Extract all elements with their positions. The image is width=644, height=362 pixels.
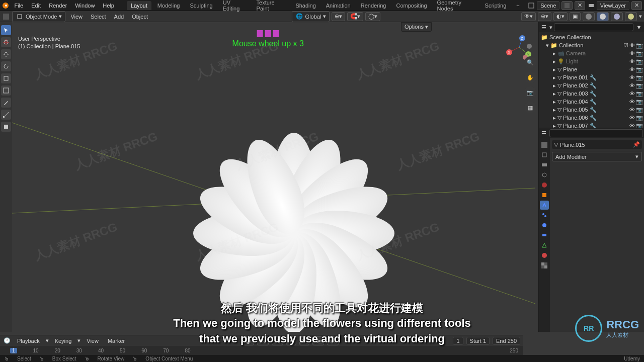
select-tool[interactable]: [1, 25, 11, 35]
scene-field[interactable]: Scene: [537, 1, 559, 10]
ptab-object[interactable]: [540, 191, 549, 200]
tab-animation[interactable]: Animation: [322, 1, 355, 10]
ptab-output[interactable]: [540, 150, 549, 159]
viewport-3d[interactable]: User Perspective (1) Collection | Plane.…: [12, 22, 538, 332]
jump-end-button[interactable]: ⏭: [327, 336, 339, 345]
tab-scripting[interactable]: Scripting: [481, 1, 511, 10]
overlay-button[interactable]: ◐▾: [553, 12, 568, 21]
eye-icon[interactable]: 👁: [629, 42, 635, 49]
current-frame-field[interactable]: 1: [453, 337, 463, 345]
perspective-gizmo[interactable]: ▦: [524, 102, 536, 114]
proportional-button[interactable]: ◯▾: [365, 12, 380, 21]
ptab-scene[interactable]: [540, 170, 549, 179]
eye-icon[interactable]: 👁: [629, 66, 635, 73]
snap-button[interactable]: 🧲▾: [347, 12, 363, 21]
ptab-texture[interactable]: [540, 261, 549, 270]
shading-wire[interactable]: [583, 12, 595, 21]
disclosure-icon[interactable]: ▸: [553, 107, 556, 113]
disclosure-icon[interactable]: ▸: [553, 82, 556, 89]
playhead-frame[interactable]: 1: [10, 348, 17, 353]
rotate-tool[interactable]: [1, 61, 11, 71]
xray-button[interactable]: ▣: [570, 12, 581, 21]
ptab-render[interactable]: [540, 140, 549, 149]
render-icon[interactable]: 📷: [636, 82, 643, 89]
move-tool[interactable]: [1, 49, 11, 59]
menu-render[interactable]: Render: [46, 2, 70, 10]
ptab-material[interactable]: [540, 251, 549, 260]
render-icon[interactable]: 📷: [636, 90, 643, 97]
render-icon[interactable]: 📷: [636, 99, 643, 105]
gizmo-button[interactable]: ⊕▾: [538, 12, 551, 21]
timeline-ruler[interactable]: 1 10 20 30 40 50 60 70 80 250: [0, 346, 523, 355]
disclosure-icon[interactable]: ▸: [553, 123, 556, 128]
disclosure-icon[interactable]: ▸: [553, 90, 556, 97]
pin-icon[interactable]: 📌: [633, 141, 640, 148]
outliner-item-plane[interactable]: ▸▽Plane👁📷: [539, 65, 644, 73]
scale-tool[interactable]: [1, 73, 11, 83]
ptab-physics[interactable]: [540, 221, 549, 230]
tab-texture-paint[interactable]: Texture Paint: [253, 0, 290, 13]
ptab-particles[interactable]: [540, 211, 549, 220]
disclosure-icon[interactable]: ▸: [553, 74, 556, 81]
tab-rendering[interactable]: Rendering: [357, 1, 390, 10]
play-button[interactable]: ▶: [299, 336, 309, 345]
autokey-button[interactable]: ⬤: [242, 336, 254, 345]
view-menu[interactable]: View: [84, 337, 102, 345]
tab-sculpting[interactable]: Sculpting: [186, 1, 216, 10]
tab-modeling[interactable]: Modeling: [153, 1, 184, 10]
jump-start-button[interactable]: ⏮: [257, 336, 269, 345]
tab-shading[interactable]: Shading: [291, 1, 319, 10]
orientation-dropdown[interactable]: 🌐 Global ▾: [292, 11, 330, 22]
editor-type-icon[interactable]: ☰: [540, 129, 548, 137]
outliner-item-plane-001[interactable]: ▸▽Plane.001🔧👁📷: [539, 73, 644, 81]
tab-geometry-nodes[interactable]: Geometry Nodes: [433, 0, 479, 13]
cursor-tool[interactable]: [1, 37, 11, 47]
disclosure-icon[interactable]: ▸: [553, 66, 556, 73]
play-reverse-button[interactable]: ◀: [286, 336, 296, 345]
measure-tool[interactable]: [1, 110, 11, 120]
render-icon[interactable]: 📷: [636, 115, 643, 121]
eye-icon[interactable]: 👁: [629, 107, 635, 113]
outliner-item-plane-003[interactable]: ▸▽Plane.003🔧👁📷: [539, 89, 644, 98]
transform-tool[interactable]: [1, 85, 11, 96]
checkbox-icon[interactable]: ☑: [623, 42, 628, 49]
editor-type-icon[interactable]: ☰: [540, 23, 548, 31]
shading-matprev[interactable]: [611, 12, 623, 21]
annotate-tool[interactable]: [1, 98, 11, 108]
disclosure-icon[interactable]: ▸: [553, 99, 556, 105]
outliner-item-plane-006[interactable]: ▸▽Plane.006🔧👁📷: [539, 114, 644, 122]
select-menu[interactable]: Select: [88, 13, 109, 21]
add-menu[interactable]: Add: [111, 13, 127, 21]
editor-type-icon[interactable]: [2, 13, 10, 21]
tab-layout[interactable]: Layout: [127, 1, 151, 10]
add-cube-tool[interactable]: [1, 122, 11, 132]
scene-collection-row[interactable]: 📁 Scene Collection: [539, 33, 644, 41]
shading-rendered[interactable]: [625, 12, 637, 21]
eye-icon[interactable]: 👁: [629, 99, 635, 105]
pivot-button[interactable]: ⊕▾: [332, 12, 345, 21]
chevron-down-icon[interactable]: ▾: [639, 13, 642, 20]
start-frame-field[interactable]: Start 1: [466, 337, 490, 345]
tab-uv-editing[interactable]: UV Editing: [219, 0, 251, 13]
disclosure-icon[interactable]: ▾: [546, 42, 549, 49]
visibility-button[interactable]: 👁▾: [521, 12, 536, 21]
eye-icon[interactable]: 👁: [629, 82, 635, 89]
render-icon[interactable]: 📷: [636, 107, 643, 113]
render-icon[interactable]: 📷: [636, 50, 643, 57]
ptab-viewlayer[interactable]: [540, 160, 549, 169]
render-icon[interactable]: 📷: [636, 58, 643, 65]
eye-icon[interactable]: 👁: [629, 50, 635, 57]
menu-edit[interactable]: Edit: [28, 2, 44, 10]
eye-icon[interactable]: 👁: [629, 123, 635, 128]
disclosure-icon[interactable]: ▸: [553, 115, 556, 121]
tab-compositing[interactable]: Compositing: [392, 1, 431, 10]
render-icon[interactable]: 📷: [636, 42, 643, 49]
outliner-item-plane-005[interactable]: ▸▽Plane.005🔧👁📷: [539, 106, 644, 114]
editor-type-icon[interactable]: 🕐: [3, 337, 11, 345]
ptab-constraints[interactable]: [540, 231, 549, 240]
outliner-item-camera[interactable]: ▸📹Camera👁📷: [539, 49, 644, 57]
ptab-modifier[interactable]: [540, 201, 549, 210]
eye-icon[interactable]: 👁: [629, 74, 635, 81]
ptab-world[interactable]: [540, 180, 549, 190]
chevron-down-icon[interactable]: ▾: [549, 24, 552, 31]
